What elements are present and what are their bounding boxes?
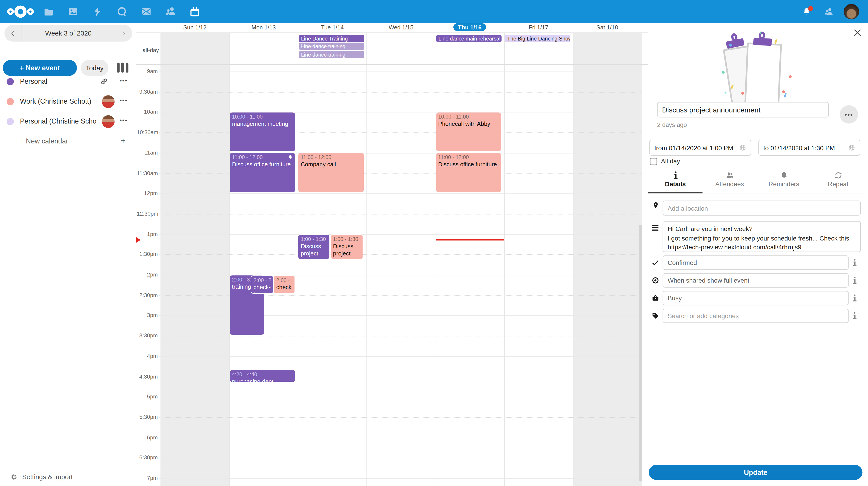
grid-scrollbar[interactable] bbox=[639, 225, 643, 482]
confetti-dot bbox=[722, 71, 724, 74]
bell-icon bbox=[780, 171, 788, 180]
info-icon[interactable] bbox=[852, 294, 857, 302]
tab-reminders[interactable]: Reminders bbox=[757, 169, 811, 193]
notification-badge bbox=[808, 6, 813, 11]
time-axis-label: 5pm bbox=[135, 394, 159, 400]
day-column-border bbox=[160, 33, 161, 486]
event-title: Company call bbox=[301, 161, 361, 168]
calendar-event[interactable]: 11:00 - 12:00Discuss office furniture bbox=[230, 153, 295, 192]
close-icon[interactable] bbox=[854, 29, 861, 36]
calendar-grid[interactable]: all-day9am9:30am10am10:30am11am11:30am12… bbox=[135, 32, 648, 486]
calendar-list-item[interactable]: Personal••• bbox=[0, 72, 135, 92]
user-avatar[interactable] bbox=[844, 4, 859, 20]
files-icon[interactable] bbox=[43, 6, 54, 17]
time-axis-label: 4pm bbox=[135, 353, 159, 359]
event-time: 4:20 - 4:40 bbox=[232, 371, 292, 377]
mail-icon[interactable] bbox=[141, 6, 152, 17]
event-time: 11:00 - 12:00 bbox=[301, 154, 361, 161]
photos-icon[interactable] bbox=[68, 6, 79, 17]
day-header: Thu 1/16 bbox=[435, 23, 504, 32]
shared-by-avatar bbox=[102, 95, 115, 108]
day-header-row: Sun 1/12Mon 1/13Tue 1/14Wed 1/15Thu 1/16… bbox=[135, 23, 648, 32]
calendar-event[interactable]: 4:20 - 4:40purchasing dept bbox=[230, 370, 295, 382]
time-axis-label: 12pm bbox=[135, 190, 159, 196]
status-select-check[interactable]: Confirmed bbox=[662, 255, 848, 270]
last-modified-label: 2 days ago bbox=[657, 121, 687, 128]
start-datetime-input[interactable]: from 01/14/2020 at 1:00 PM bbox=[649, 140, 751, 156]
calendar-event[interactable]: 1:00 - 1:30Discuss project bbox=[330, 234, 364, 259]
half-hour-gridline bbox=[135, 417, 642, 418]
event-title-input[interactable]: Discuss project announcement bbox=[657, 102, 829, 118]
share-link-icon[interactable] bbox=[100, 77, 108, 86]
calendar-event[interactable]: 2:00 - 2:30check-in bbox=[274, 275, 295, 294]
confetti-dot bbox=[729, 44, 732, 47]
time-axis-label: 2:30pm bbox=[135, 292, 159, 298]
tab-details[interactable]: Details bbox=[648, 169, 703, 193]
allday-event[interactable]: Line dance main rehearsal bbox=[436, 35, 502, 42]
logo-circle-left bbox=[7, 8, 14, 15]
update-button[interactable]: Update bbox=[649, 465, 862, 480]
week-view-toggle-icon[interactable] bbox=[117, 63, 128, 73]
time-axis-label: 11:30am bbox=[135, 170, 159, 176]
status-select-eye[interactable]: When shared show full event bbox=[662, 273, 848, 288]
calendar-menu-icon[interactable]: ••• bbox=[120, 117, 128, 123]
info-icon[interactable] bbox=[852, 277, 857, 284]
calendar-event[interactable]: 11:00 - 12:00Company call bbox=[299, 153, 364, 192]
confetti-plus: + bbox=[759, 31, 764, 35]
settings-label: Settings & import bbox=[22, 473, 73, 481]
calendar-event[interactable]: 10:00 - 11:00Phonecall with Abby bbox=[436, 112, 501, 151]
nextcloud-logo[interactable] bbox=[7, 5, 34, 18]
calendar-menu-icon[interactable]: ••• bbox=[120, 77, 128, 84]
allday-event[interactable]: The Big Line Dancing Show bbox=[505, 35, 570, 42]
new-calendar-button[interactable]: + New calendar+ bbox=[0, 132, 135, 152]
time-axis-label: 1:30pm bbox=[135, 251, 159, 257]
event-title: Discuss office furniture bbox=[438, 161, 499, 168]
calendar-event[interactable]: 10:00 - 11:00management meeting bbox=[230, 112, 295, 151]
allday-event[interactable]: Line dance training bbox=[299, 51, 364, 58]
repeat-icon bbox=[834, 171, 842, 180]
status-select-tag[interactable]: Search or add categories bbox=[662, 309, 848, 323]
info-icon[interactable] bbox=[852, 312, 857, 320]
info-icon[interactable] bbox=[852, 259, 857, 266]
previous-week-button[interactable] bbox=[4, 25, 22, 41]
event-actions-menu-button[interactable]: ••• bbox=[840, 105, 858, 123]
next-week-button[interactable] bbox=[115, 25, 132, 41]
end-datetime-input[interactable]: to 01/14/2020 at 1:30 PM bbox=[758, 140, 860, 156]
hour-gridline bbox=[135, 72, 642, 72]
calendar-event[interactable]: 2:00 - 2:30check-in bbox=[251, 275, 274, 294]
hour-gridline bbox=[135, 153, 642, 153]
tab-label: Attendees bbox=[703, 180, 757, 187]
hour-gridline bbox=[135, 112, 642, 113]
allday-event[interactable]: Line dance training bbox=[299, 43, 364, 50]
time-axis-label: 6pm bbox=[135, 434, 159, 440]
calendar-list-item[interactable]: Work (Christine Schott)••• bbox=[0, 92, 135, 112]
time-axis-label: 10:30am bbox=[135, 129, 159, 135]
contacts-icon[interactable] bbox=[165, 6, 176, 17]
weekend-shading bbox=[573, 33, 642, 486]
week-label[interactable]: Week 3 of 2020 bbox=[22, 25, 115, 41]
new-calendar-label: + New calendar bbox=[20, 137, 68, 145]
day-header: Fri 1/17 bbox=[504, 23, 573, 32]
activity-icon[interactable] bbox=[92, 6, 103, 17]
calendar-menu-icon[interactable]: ••• bbox=[120, 97, 128, 104]
editor-tabs: DetailsAttendeesRemindersRepeat bbox=[648, 169, 865, 194]
tab-repeat[interactable]: Repeat bbox=[811, 169, 865, 193]
day-column-border bbox=[504, 33, 504, 486]
event-title: Discuss project bbox=[333, 243, 361, 257]
status-select-briefcase[interactable]: Busy bbox=[662, 291, 848, 306]
calendar-list-item[interactable]: Personal (Christine Scho…)••• bbox=[0, 112, 135, 132]
event-time: 11:00 - 12:00 bbox=[232, 154, 292, 161]
time-axis-label: 10am bbox=[135, 109, 159, 115]
all-day-checkbox[interactable] bbox=[650, 158, 657, 165]
contacts-menu-icon[interactable] bbox=[824, 7, 834, 17]
description-textarea[interactable]: Hi Carl! are you in next week? I got som… bbox=[662, 221, 861, 252]
calendar-icon[interactable] bbox=[189, 6, 200, 17]
calendar-event[interactable]: 11:00 - 12:00Discuss office furniture bbox=[436, 153, 501, 192]
settings-and-import[interactable]: Settings & import bbox=[10, 473, 73, 481]
calendar-name: Personal (Christine Scho…) bbox=[20, 117, 97, 125]
tab-attendees[interactable]: Attendees bbox=[703, 169, 757, 193]
location-input[interactable]: Add a location bbox=[662, 201, 861, 216]
talk-icon[interactable] bbox=[116, 6, 127, 17]
calendar-event[interactable]: 1:00 - 1:30Discuss project announcement bbox=[298, 234, 330, 259]
allday-event[interactable]: Line Dance Training bbox=[299, 35, 364, 42]
